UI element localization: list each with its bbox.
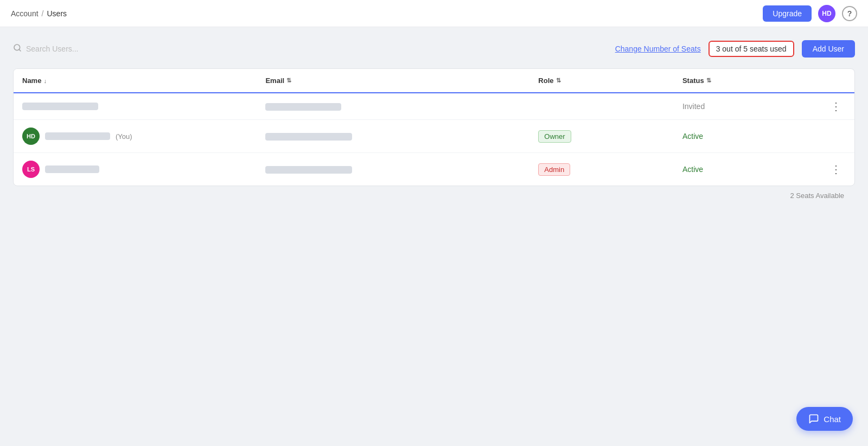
breadcrumb: Account / Users [11, 9, 67, 18]
status-badge: Active [682, 165, 703, 174]
toolbar-right: Change Number of Seats 3 out of 5 seats … [615, 40, 855, 58]
top-nav: Account / Users Upgrade HD ? [0, 0, 868, 27]
search-box [13, 43, 135, 54]
actions-cell: ⋮ [818, 93, 854, 120]
upgrade-button[interactable]: Upgrade [763, 5, 812, 22]
breadcrumb-current: Users [47, 9, 67, 18]
change-seats-link[interactable]: Change Number of Seats [615, 44, 701, 53]
role-sort-icon: ⇅ [556, 77, 561, 84]
status-badge: Invited [682, 102, 705, 111]
you-label: (You) [116, 132, 132, 141]
status-cell: Invited [674, 93, 818, 120]
main-content: Change Number of Seats 3 out of 5 seats … [0, 27, 868, 205]
avatar: HD [22, 128, 40, 145]
users-table: Name ↓ Email ⇅ Role ⇅ [14, 69, 854, 186]
email-cell [257, 93, 529, 120]
search-icon [13, 43, 22, 54]
row-actions-menu[interactable]: ⋮ [826, 161, 846, 177]
nav-actions: Upgrade HD ? [763, 5, 857, 22]
status-sort-icon: ⇅ [706, 77, 711, 84]
name-cell: HD (You) [14, 120, 257, 153]
th-name[interactable]: Name ↓ [14, 69, 257, 93]
breadcrumb-parent[interactable]: Account [11, 9, 39, 18]
role-cell: Owner [529, 120, 674, 153]
status-badge: Active [682, 132, 703, 141]
table-row: HD (You) Owner Active [14, 120, 854, 153]
name-cell [14, 93, 257, 120]
status-cell: Active [674, 153, 818, 186]
role-badge: Owner [538, 130, 571, 143]
role-badge: Admin [538, 163, 570, 176]
seats-available: 2 Seats Available [13, 186, 855, 205]
name-blurred [45, 165, 99, 173]
name-sort-icon: ↓ [43, 78, 47, 84]
table-row: LS Admin Active ⋮ [14, 153, 854, 186]
seats-badge: 3 out of 5 seats used [709, 41, 794, 57]
row-actions-menu[interactable]: ⋮ [826, 98, 846, 114]
email-blurred [265, 166, 352, 174]
users-table-container: Name ↓ Email ⇅ Role ⇅ [13, 68, 855, 186]
email-blurred [265, 103, 341, 111]
name-blurred [45, 132, 110, 140]
chat-button[interactable]: Chat [796, 407, 853, 431]
th-email[interactable]: Email ⇅ [257, 69, 529, 93]
search-input[interactable] [26, 44, 135, 53]
name-cell: LS [14, 153, 257, 186]
table-row: Invited ⋮ [14, 93, 854, 120]
actions-cell: ⋮ [818, 153, 854, 186]
breadcrumb-separator: / [42, 9, 44, 18]
email-sort-icon: ⇅ [286, 77, 291, 84]
th-role[interactable]: Role ⇅ [529, 69, 674, 93]
role-cell [529, 93, 674, 120]
avatar: LS [22, 161, 40, 178]
name-blurred [22, 103, 98, 110]
help-icon[interactable]: ? [842, 6, 857, 21]
status-cell: Active [674, 120, 818, 153]
email-cell [257, 153, 529, 186]
chat-bubble-icon [808, 413, 819, 424]
user-avatar-nav[interactable]: HD [818, 5, 835, 22]
email-cell [257, 120, 529, 153]
toolbar: Change Number of Seats 3 out of 5 seats … [13, 40, 855, 58]
role-cell: Admin [529, 153, 674, 186]
email-blurred [265, 133, 352, 141]
th-status[interactable]: Status ⇅ [674, 69, 818, 93]
svg-line-1 [19, 49, 21, 51]
actions-cell [818, 120, 854, 153]
add-user-button[interactable]: Add User [802, 40, 855, 58]
table-header-row: Name ↓ Email ⇅ Role ⇅ [14, 69, 854, 93]
chat-label: Chat [824, 415, 841, 424]
